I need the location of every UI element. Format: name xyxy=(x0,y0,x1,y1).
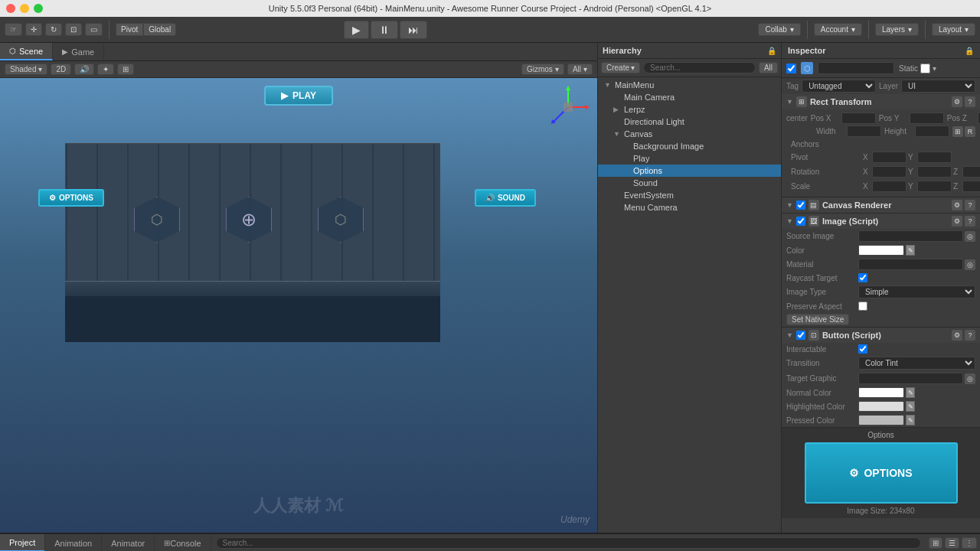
image-script-settings[interactable]: ⚙ xyxy=(952,216,962,227)
color-swatch[interactable] xyxy=(858,245,904,256)
hier-item-canvas[interactable]: ▼ Canvas xyxy=(598,128,781,140)
static-checkbox[interactable] xyxy=(920,64,930,73)
collapse-btn[interactable]: R xyxy=(965,126,975,137)
rot-z-input[interactable]: 0 xyxy=(962,166,980,178)
rect-tool[interactable]: ▭ xyxy=(85,23,103,36)
rotate-tool[interactable]: ↻ xyxy=(45,23,62,36)
global-button[interactable]: Global xyxy=(143,23,176,36)
object-active-checkbox[interactable] xyxy=(786,64,796,73)
scale-x-input[interactable]: 1.0000 xyxy=(872,181,906,192)
canvas-renderer-checkbox[interactable] xyxy=(796,201,805,210)
button-script-help[interactable]: ? xyxy=(965,330,975,341)
normal-color-picker[interactable]: ✎ xyxy=(906,387,915,398)
layout-dropdown[interactable]: Layout ▾ xyxy=(932,23,975,36)
canvas-renderer-settings[interactable]: ⚙ xyxy=(952,200,962,210)
highlighted-color-picker[interactable]: ✎ xyxy=(906,401,915,412)
source-image-pick[interactable]: ◎ xyxy=(965,231,975,242)
pause-button[interactable]: ⏸ xyxy=(371,21,398,39)
image-script-checkbox[interactable] xyxy=(796,217,805,226)
tag-select[interactable]: Untagged xyxy=(802,80,876,93)
height-input[interactable]: 131 xyxy=(915,126,949,137)
hier-item-play[interactable]: Play xyxy=(598,152,781,165)
transition-select[interactable]: Color Tint xyxy=(858,357,975,370)
fullscreen-button[interactable]: ⊞ xyxy=(117,64,134,75)
normal-color-swatch[interactable] xyxy=(858,387,904,398)
pivot-x-input[interactable]: 0.5 xyxy=(872,152,906,163)
minimize-button[interactable] xyxy=(20,4,29,13)
rect-transform-header[interactable]: ▼ ⊞ Rect Transform ⚙ ? xyxy=(782,94,980,109)
button-script-header[interactable]: ▼ ⊡ Button (Script) ⚙ ? xyxy=(782,328,980,343)
collab-dropdown[interactable]: Collab ▾ xyxy=(758,23,800,36)
raycast-checkbox[interactable] xyxy=(858,273,867,282)
proj-tool-btn-3[interactable]: ⋮ xyxy=(962,537,977,549)
move-tool[interactable]: ✛ xyxy=(25,23,42,36)
canvas-renderer-help[interactable]: ? xyxy=(965,200,975,210)
gizmos-dropdown[interactable]: Gizmos ▾ xyxy=(521,64,564,75)
button-script-settings[interactable]: ⚙ xyxy=(952,330,962,341)
button-script-checkbox[interactable] xyxy=(796,331,805,340)
pos-x-input[interactable]: -850 xyxy=(841,112,876,124)
hierarchy-search-input[interactable] xyxy=(643,62,756,73)
canvas-renderer-header[interactable]: ▼ ▤ Canvas Renderer ⚙ ? xyxy=(782,197,980,213)
preserve-aspect-checkbox[interactable] xyxy=(858,302,867,311)
interactable-checkbox[interactable] xyxy=(858,344,867,354)
hier-item-options[interactable]: Options xyxy=(598,165,781,177)
hier-item-maincamera[interactable]: Main Camera xyxy=(598,91,781,103)
shaded-dropdown[interactable]: Shaded ▾ xyxy=(5,64,47,75)
effects-button[interactable]: ✦ xyxy=(97,64,114,75)
audio-button[interactable]: 🔊 xyxy=(74,64,94,75)
hier-item-eventsystem[interactable]: EventSystem xyxy=(598,189,781,201)
color-picker-btn[interactable]: ✎ xyxy=(906,245,915,256)
object-name-input[interactable]: Options xyxy=(818,62,894,74)
width-input[interactable]: 348 xyxy=(847,126,881,137)
scale-z-input[interactable]: 1.0000 xyxy=(962,181,980,192)
scale-y-input[interactable]: 1.0000 xyxy=(917,181,952,192)
source-image-input[interactable]: Options xyxy=(858,230,963,242)
proj-tool-btn-2[interactable]: ☰ xyxy=(945,537,959,549)
pivot-button[interactable]: Pivot xyxy=(116,23,143,36)
target-graphic-input[interactable]: Options (Image) xyxy=(858,373,963,384)
account-dropdown[interactable]: Account ▾ xyxy=(814,23,862,36)
material-input[interactable]: None (Material) xyxy=(858,259,963,270)
layer-select[interactable]: UI xyxy=(901,80,975,93)
viewport[interactable]: ▶ PLAY ⚙ OPTIONS 🔊 SOUND ⬡ ⊕ ⬡ xyxy=(0,78,597,533)
rect-transform-help[interactable]: ? xyxy=(965,96,975,107)
proj-tool-btn-1[interactable]: ⊞ xyxy=(929,537,942,549)
project-search-input[interactable] xyxy=(216,537,921,549)
animator-tab[interactable]: Animator xyxy=(102,534,155,551)
hier-item-mainmenu[interactable]: ▼ MainMenu xyxy=(598,79,781,91)
pivot-y-input[interactable]: 0.5 xyxy=(917,152,952,163)
hier-item-sound[interactable]: Sound xyxy=(598,177,781,189)
pressed-color-swatch[interactable] xyxy=(858,415,904,425)
game-tab[interactable]: ▶ Game xyxy=(53,43,104,60)
play-scene-btn[interactable]: ▶ PLAY xyxy=(264,86,333,106)
project-tab[interactable]: Project xyxy=(0,534,45,551)
maximize-button[interactable] xyxy=(34,4,43,13)
play-button[interactable]: ▶ xyxy=(344,21,369,39)
hierarchy-lock-icon[interactable]: 🔒 xyxy=(767,47,776,55)
close-button[interactable] xyxy=(6,4,15,13)
2d-button[interactable]: 2D xyxy=(51,64,71,75)
window-controls[interactable] xyxy=(6,4,43,13)
expand-btn[interactable]: ⊞ xyxy=(952,126,963,137)
all-dropdown[interactable]: All ▾ xyxy=(567,64,593,75)
inspector-lock-icon[interactable]: 🔒 xyxy=(965,47,974,55)
rot-y-input[interactable]: 0 xyxy=(917,166,952,178)
material-pick[interactable]: ◎ xyxy=(965,259,975,270)
console-tab[interactable]: ⊞ Console xyxy=(155,534,211,551)
scene-tab[interactable]: ⬡ Scene xyxy=(0,43,53,60)
set-native-size-btn[interactable]: Set Native Size xyxy=(786,314,849,325)
image-script-header[interactable]: ▼ 🖼 Image (Script) ⚙ ? xyxy=(782,214,980,229)
image-type-select[interactable]: Simple xyxy=(858,285,975,298)
highlighted-color-swatch[interactable] xyxy=(858,401,904,412)
image-script-help[interactable]: ? xyxy=(965,216,975,227)
animation-tab[interactable]: Animation xyxy=(45,534,102,551)
hier-item-backgroundimage[interactable]: Background Image xyxy=(598,140,781,152)
rot-x-input[interactable]: 0 xyxy=(872,166,906,178)
rect-transform-settings[interactable]: ⚙ xyxy=(952,96,962,107)
hier-item-lerpz[interactable]: ▶ Lerpz xyxy=(598,103,781,116)
layers-dropdown[interactable]: Layers ▾ xyxy=(875,23,919,36)
hierarchy-create-btn[interactable]: Create ▾ xyxy=(601,62,640,73)
hierarchy-all-btn[interactable]: All xyxy=(759,62,778,73)
target-graphic-pick[interactable]: ◎ xyxy=(965,373,975,384)
